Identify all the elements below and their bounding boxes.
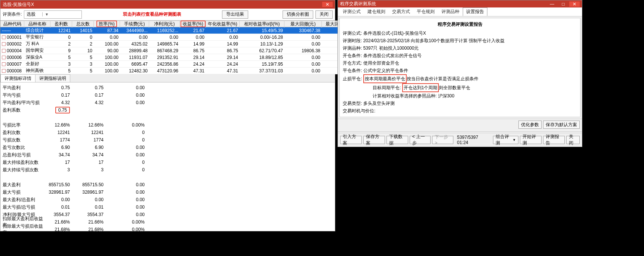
export-button[interactable]: 导出结果 <box>222 10 248 19</box>
right-title: 程序交易评测系统 <box>340 1 376 7</box>
left-title: 选股-笑脸信号X <box>3 1 34 8</box>
metric-row: 平均盈利0.750.750.00 <box>3 84 333 91</box>
col-header[interactable]: 盈利数 <box>50 21 72 28</box>
close-icon[interactable]: ✕ <box>322 2 333 7</box>
metric-row <box>3 174 333 181</box>
metric-row: 最大亏损328961.97328961.970.00 <box>3 188 333 196</box>
settings-tab[interactable]: 平仓规则 <box>413 7 438 16</box>
evaluation-system-window: 程序交易评测系统 — □ ✕ 评测公式建仓规则交易方式平仓规则评测品种设置报告 … <box>338 0 582 147</box>
minimize-icon[interactable]: — <box>547 1 557 7</box>
table-body: ------综合统计122411401587.343444969...11692… <box>0 27 359 74</box>
metric-row: 最大持续盈利次数17170 <box>3 159 333 166</box>
report-line: 评测品种: 5397只 初始投入1000000元 <box>343 44 577 52</box>
report-title: 程序交易评测设置报告 <box>343 21 577 28</box>
import-button[interactable]: 引入方案 <box>340 136 362 144</box>
table-row[interactable]: ------综合统计122411401587.343444969...11692… <box>0 27 359 34</box>
window-controls: ✕ <box>322 2 333 7</box>
col-header[interactable]: 收益率(%) <box>180 21 206 28</box>
close-button[interactable]: 关闭 <box>566 136 580 144</box>
report-line: 目标周期平仓: 开仓达到1个周期则全部数量平仓 <box>343 83 577 92</box>
metrics-pane: 平均盈利0.750.750.00平均亏损0.170.170.00平均盈利/平均亏… <box>0 82 335 231</box>
metric-row: 扣除最大亏损后收益率21.68%21.68%0.00% <box>3 226 333 231</box>
table-row[interactable]: 000001平安银行000.000.000.000.000.000.00/-16… <box>0 34 359 41</box>
table-row[interactable]: 000008神州高铁55100.0012482.30473120.9647.31… <box>0 68 359 74</box>
metric-row: 净利润/最大亏损3554.373554.370.00 <box>3 211 333 218</box>
report-line: 评测时段: 2024/02/18-2025/02/18 向前多取100个数据用于… <box>343 37 577 44</box>
report-panel: 程序交易评测设置报告评测公式: 条件选股公式-(日线)-笑脸信号X评测时段: 2… <box>339 18 580 117</box>
table-row[interactable]: 000007全新好33100.006695.47242356.8624.2424… <box>0 61 359 68</box>
optimize-button[interactable]: 优化参数 <box>518 121 542 129</box>
settings-tab[interactable]: 设置报告 <box>463 7 487 16</box>
table-hint: 双击列表行查看品种评测图表 <box>84 11 220 18</box>
report-line: 交易时机与价位: <box>343 107 577 115</box>
close-button[interactable]: 关闭 <box>315 10 333 19</box>
condition-value: 选股 <box>24 11 38 18</box>
close-icon[interactable]: ✕ <box>569 1 580 7</box>
start-eval-button[interactable]: 开始评测 <box>520 136 542 144</box>
col-header[interactable]: 品种代码 <box>0 21 24 28</box>
report-line: 评测公式: 条件选股公式-(日线)-笑脸信号X <box>343 29 577 37</box>
metric-row: 最大持续亏损次数330 <box>3 166 333 174</box>
metric-row: 盈利系数0.75 <box>3 106 333 114</box>
next-button: 下一步 > <box>432 136 453 144</box>
col-header[interactable]: 相对收益率α/β(%) <box>240 21 284 28</box>
chevron-down-icon: ▼ <box>42 12 48 16</box>
progress-text: 5397/5397 01:24 <box>455 135 490 145</box>
settings-tabs: 评测公式建仓规则交易方式平仓规则评测品种设置报告 <box>338 7 582 16</box>
combo-eval-button[interactable]: 组合评测▼ <box>493 136 518 144</box>
metric-row: 盈亏次数比6.906.900.00 <box>3 144 333 151</box>
switch-chart-button[interactable]: 切换分析图 <box>283 10 313 19</box>
report-button[interactable]: 评测报告 <box>543 136 565 144</box>
col-header[interactable]: 年化收益率(%) <box>206 21 240 28</box>
metric-row: 最大盈利/总盈利0.000.000.00 <box>3 196 333 203</box>
action-button-bar: 引入方案 保存方案 下载数据 < 上一步 下一步 > 5397/5397 01:… <box>338 133 582 147</box>
metric-row: 亏损次数177417740 <box>3 136 333 144</box>
metric-row: 亏损比率12.66%12.66%0.00% <box>3 121 333 129</box>
detail-tabs: 评测指标详情 评测指标说明 <box>0 74 335 82</box>
col-header[interactable]: 净利润(元) <box>149 21 180 28</box>
window-controls: — □ ✕ <box>547 1 580 7</box>
settings-tab[interactable]: 建仓规则 <box>364 7 389 16</box>
metric-row <box>3 114 333 121</box>
settings-tab[interactable]: 评测品种 <box>438 7 463 16</box>
metric-row: 平均盈利/平均亏损4.324.320.00 <box>3 99 333 106</box>
table-header: 品种代码品种名称盈利数总次数胜率(%)手续费(元)净利润(元)收益率(%)年化收… <box>0 21 359 27</box>
chevron-down-icon: ▼ <box>512 138 516 142</box>
tab-explain[interactable]: 评测指标说明 <box>35 74 70 82</box>
report-line: 交易类型: 多头及空头评测 <box>343 100 577 107</box>
report-line: 计算相对收益率选择的参照品种: 沪深300 <box>343 92 577 100</box>
col-header[interactable]: 品种名称 <box>24 21 50 28</box>
col-header[interactable]: 手续费(元) <box>120 21 149 28</box>
tab-detail[interactable]: 评测指标详情 <box>0 74 36 82</box>
maximize-icon[interactable]: □ <box>558 1 568 7</box>
metric-row: 最大盈利855715.50855715.500.00 <box>3 181 333 188</box>
results-table: 品种代码品种名称盈利数总次数胜率(%)手续费(元)净利润(元)收益率(%)年化收… <box>0 21 335 74</box>
report-line: 开仓方式: 使用全部资金开仓 <box>343 59 577 67</box>
save-default-button[interactable]: 保存为默认方案 <box>543 121 580 129</box>
left-titlebar: 选股-笑脸信号X ✕ <box>0 0 335 9</box>
metric-row: 平均亏损0.170.170.00 <box>3 91 333 99</box>
metric-row: 总盈利/总亏损34.7434.740.00 <box>3 151 333 159</box>
prev-button[interactable]: < 上一步 <box>410 136 431 144</box>
table-row[interactable]: 000004国华网安91090.0028899.48867468.2986.75… <box>0 47 359 54</box>
download-button[interactable]: 下载数据 <box>386 136 408 144</box>
col-header[interactable]: 最大回撤(元) <box>284 21 322 28</box>
col-header[interactable]: 胜率(%) <box>94 21 120 28</box>
stock-selection-window: 选股-笑脸信号X ✕ 评测条件: 选股 ▼ 双击列表行查看品种评测图表 导出结果… <box>0 0 335 231</box>
report-line: 开仓条件: 条件选股公式发出的开仓信号 <box>343 52 577 59</box>
table-row[interactable]: 000006深振业A55100.0011931.07291352.9129.14… <box>0 54 359 61</box>
condition-label: 评测条件: <box>3 11 22 18</box>
metric-row: 盈利次数12241122410 <box>3 129 333 136</box>
save-button[interactable]: 保存方案 <box>363 136 385 144</box>
left-toolbar: 评测条件: 选股 ▼ 双击列表行查看品种评测图表 导出结果 切换分析图 关闭 <box>0 9 335 21</box>
right-titlebar: 程序交易评测系统 — □ ✕ <box>338 0 582 7</box>
settings-tab[interactable]: 评测公式 <box>339 7 364 16</box>
settings-tab[interactable]: 交易方式 <box>389 7 413 16</box>
table-row[interactable]: 000002万 科A22100.004325.02149865.7414.991… <box>0 41 359 47</box>
report-button-bar: 优化参数 保存为默认方案 <box>338 119 582 130</box>
report-line: 止损平仓: 按本周期最高价平仓按当日收盘价计算是否满足止损条件 <box>343 74 577 83</box>
condition-combo[interactable]: 选股 ▼ <box>24 10 82 19</box>
report-line: 平仓条件: 公式中定义的平仓条件 <box>343 67 577 74</box>
col-header[interactable]: 总次数 <box>72 21 94 28</box>
metric-row: 最大亏损/总亏损0.010.010.00 <box>3 203 333 211</box>
